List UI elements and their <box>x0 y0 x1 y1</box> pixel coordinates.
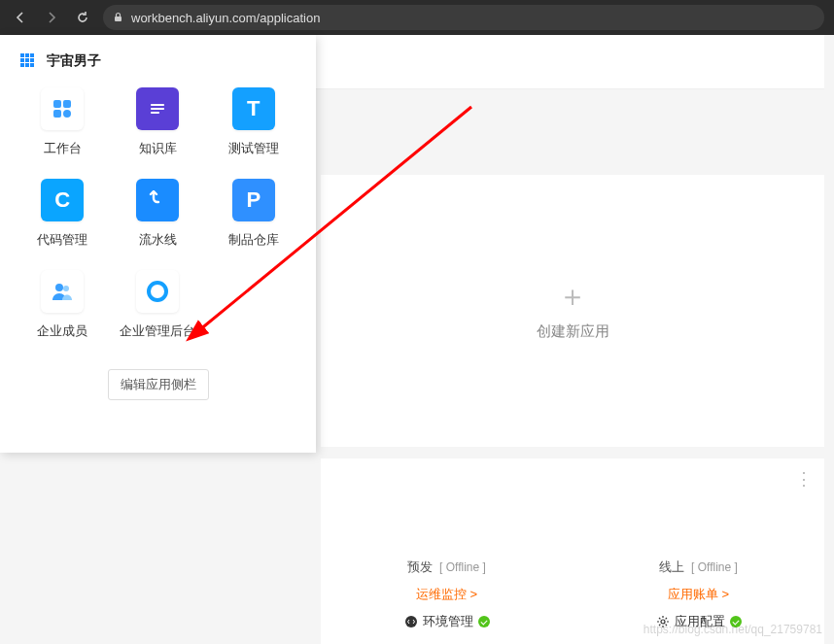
svg-point-1 <box>405 616 417 627</box>
ops-monitor-link[interactable]: 运维监控 > <box>321 586 573 603</box>
knowledge-icon <box>136 87 179 130</box>
watermark: https://blog.csdn.net/qq_21759781 <box>643 623 822 636</box>
app-bill-link[interactable]: 应用账单 > <box>573 586 824 603</box>
plus-icon: ＋ <box>558 282 587 311</box>
env-manage-label: 环境管理 <box>423 613 473 630</box>
app-label: 企业管理后台 <box>120 322 195 340</box>
reload-button[interactable] <box>72 7 93 28</box>
link-row: 运维监控 > 应用账单 > <box>321 586 824 603</box>
dropdown-header: 宇宙男子 <box>19 52 296 70</box>
svg-point-10 <box>155 288 160 294</box>
env-online-status: Offline <box>698 560 731 574</box>
app-item-knowledge[interactable]: 知识库 <box>115 87 200 157</box>
admin-icon <box>136 270 179 313</box>
app-label: 流水线 <box>139 231 177 249</box>
svg-point-8 <box>63 286 69 291</box>
app-label: 工作台 <box>44 140 82 157</box>
svg-rect-4 <box>63 100 71 108</box>
url-text: workbench.aliyun.com/application <box>131 11 320 25</box>
app-label: 知识库 <box>139 140 177 157</box>
back-button[interactable] <box>10 7 31 28</box>
app-item-members[interactable]: 企业成员 <box>19 270 105 340</box>
artifact-icon: P <box>232 179 275 221</box>
app-item-workbench[interactable]: 工作台 <box>19 87 105 157</box>
ok-icon <box>478 616 490 627</box>
create-app-label: 创建新应用 <box>537 322 609 341</box>
env-online-name: 线上 <box>659 559 684 574</box>
env-prepub: 预发 [ Offline ] <box>321 559 573 576</box>
org-name: 宇宙男子 <box>47 52 101 70</box>
browser-bar: workbench.aliyun.com/application <box>0 0 834 35</box>
apps-grid-icon[interactable] <box>19 52 37 70</box>
env-manage-status[interactable]: 环境管理 <box>321 613 573 630</box>
svg-rect-5 <box>53 110 61 118</box>
app-env-card: ⋮ 预发 [ Offline ] 线上 [ Offline ] 运维监控 > 应… <box>321 458 824 644</box>
app-label: 企业成员 <box>37 322 87 340</box>
pipeline-icon <box>136 179 179 221</box>
env-prepub-name: 预发 <box>407 559 433 574</box>
svg-rect-6 <box>63 110 71 118</box>
members-icon <box>41 270 84 313</box>
app-item-pipeline[interactable]: 流水线 <box>115 179 200 249</box>
lock-icon <box>113 12 123 24</box>
test-icon: T <box>232 87 275 130</box>
app-label: 代码管理 <box>37 231 87 249</box>
app-item-admin[interactable]: 企业管理后台 <box>115 270 200 340</box>
address-bar[interactable]: workbench.aliyun.com/application <box>103 5 824 30</box>
app-item-code[interactable]: C 代码管理 <box>19 179 105 249</box>
app-dropdown-panel: 宇宙男子 工作台 知识库 T 测试管理 C 代码管理 流水线 <box>0 35 316 453</box>
app-item-test[interactable]: T 测试管理 <box>211 87 296 157</box>
env-prepub-status: Offline <box>446 560 479 574</box>
svg-rect-0 <box>115 17 122 21</box>
env-online: 线上 [ Offline ] <box>573 559 824 576</box>
forward-button[interactable] <box>41 7 62 28</box>
code-preview-icon <box>404 615 418 628</box>
edit-sidebar-button[interactable]: 编辑应用侧栏 <box>108 369 209 400</box>
svg-point-7 <box>55 284 63 291</box>
workbench-icon <box>41 87 84 130</box>
svg-rect-3 <box>53 100 61 108</box>
code-icon: C <box>41 179 84 221</box>
app-label: 制品仓库 <box>228 231 279 249</box>
main-header-stub <box>316 35 824 89</box>
app-item-artifact[interactable]: P 制品仓库 <box>211 179 296 249</box>
app-grid: 工作台 知识库 T 测试管理 C 代码管理 流水线 P 制品仓库 <box>19 87 296 340</box>
create-app-card[interactable]: ＋ 创建新应用 <box>321 175 824 447</box>
more-icon[interactable]: ⋮ <box>795 468 811 490</box>
env-row: 预发 [ Offline ] 线上 [ Offline ] <box>321 559 824 576</box>
app-label: 测试管理 <box>228 140 279 157</box>
